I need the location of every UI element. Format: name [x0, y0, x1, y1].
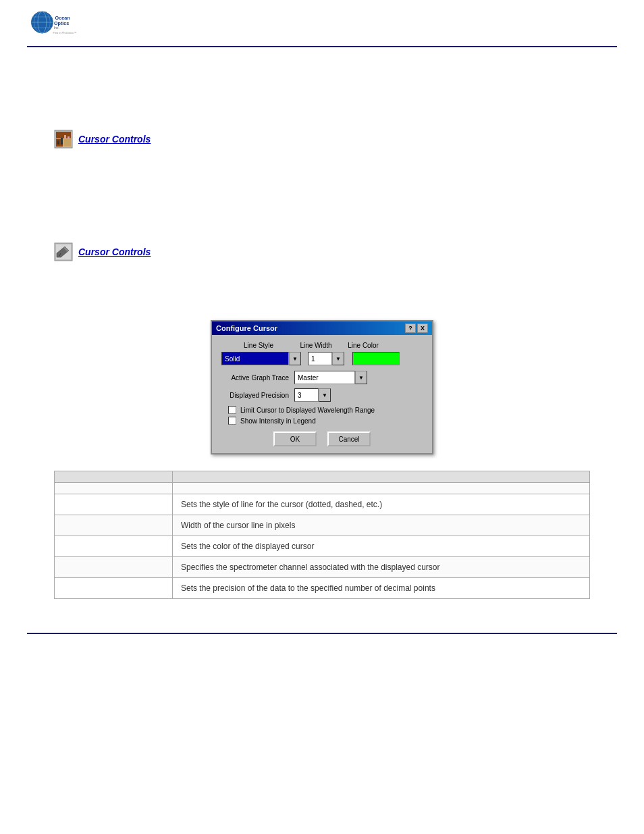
dialog-help-button[interactable]: ?	[405, 323, 416, 333]
line-color-box[interactable]	[352, 352, 400, 365]
intro-paragraph-1	[54, 68, 590, 82]
svg-rect-16	[61, 138, 63, 145]
section1-para1	[54, 159, 590, 174]
table-cell-name-4	[55, 557, 173, 578]
table-header-name	[55, 471, 173, 483]
table-row: Width of the cursor line in pixels	[55, 515, 590, 536]
table-cell-name-3	[55, 536, 173, 557]
checkbox-wavelength-label: Limit Cursor to Displayed Wavelength Ran…	[240, 407, 375, 414]
dialog-title: Configure Cursor	[216, 324, 277, 332]
line-style-value: Solid	[225, 355, 240, 363]
svg-text:First in Photonics™: First in Photonics™	[53, 31, 76, 34]
cursor-controls-link-2[interactable]: Cursor Controls	[78, 246, 151, 257]
active-trace-select[interactable]: Master	[294, 371, 355, 384]
cursor-icon-1	[54, 130, 73, 149]
svg-rect-15	[57, 140, 59, 145]
precision-arrow[interactable]: ▼	[319, 388, 331, 402]
dialog-column-labels: Line Style Line Width Line Color	[221, 342, 423, 349]
svg-rect-14	[63, 139, 71, 147]
line-width-arrow[interactable]: ▼	[332, 352, 344, 365]
dialog-controls-row: Solid ▼ 1 ▼	[221, 352, 423, 365]
active-trace-value: Master	[298, 374, 319, 382]
table-row: Sets the color of the displayed cursor	[55, 536, 590, 557]
ocean-optics-logo: Ocean Optics Inc. First in Photonics™	[27, 7, 81, 41]
line-width-select[interactable]: 1	[308, 352, 332, 365]
svg-rect-17	[64, 135, 66, 139]
dialog-titlebar-buttons: ? X	[405, 323, 428, 333]
intro-paragraph-2	[54, 102, 590, 116]
precision-select[interactable]: 3	[294, 388, 319, 402]
table-cell-desc-1: Sets the style of line for the cursor (d…	[173, 494, 590, 515]
checkbox-wavelength-row: Limit Cursor to Displayed Wavelength Ran…	[228, 406, 423, 414]
section1-para4	[54, 221, 590, 236]
cancel-button[interactable]: Cancel	[327, 432, 371, 446]
cursor-icon-2	[54, 242, 73, 261]
table-header-row	[55, 471, 590, 483]
line-style-label: Line Style	[221, 342, 296, 349]
table-cell-name-1	[55, 494, 173, 515]
table-cell-desc-4: Specifies the spectrometer channel assoc…	[173, 557, 590, 578]
precision-value: 3	[298, 392, 302, 399]
footer-rule	[27, 633, 617, 634]
cursor-controls-section-1: Cursor Controls	[54, 130, 590, 149]
section2-para1	[54, 272, 590, 286]
table-cell-desc-0	[173, 483, 590, 494]
table-row: Sets the precision of the data to the sp…	[55, 578, 590, 599]
table-row: Sets the style of line for the cursor (d…	[55, 494, 590, 515]
section2-para2	[54, 293, 590, 307]
active-trace-arrow[interactable]: ▼	[355, 371, 367, 384]
cursor-controls-section-2: Cursor Controls	[54, 242, 590, 261]
line-style-select[interactable]: Solid	[221, 352, 289, 365]
table-cell-name-5	[55, 578, 173, 599]
dialog-button-row: OK Cancel	[221, 432, 423, 446]
table-cell-name-0	[55, 483, 173, 494]
table-row	[55, 483, 590, 494]
cursor-controls-link-1[interactable]: Cursor Controls	[78, 134, 151, 145]
svg-rect-18	[68, 136, 70, 139]
checkbox-intensity-label: Show Intensity in Legend	[240, 417, 316, 425]
dialog-close-button[interactable]: X	[417, 323, 428, 333]
dialog-container: Configure Cursor ? X Line Style Line Wid…	[54, 320, 590, 454]
table-cell-name-2	[55, 515, 173, 536]
header: Ocean Optics Inc. First in Photonics™	[0, 0, 644, 46]
properties-table: Sets the style of line for the cursor (d…	[54, 471, 590, 599]
line-style-arrow[interactable]: ▼	[289, 352, 301, 365]
line-width-value: 1	[311, 355, 315, 363]
table-header-desc	[173, 471, 590, 483]
svg-text:Optics: Optics	[54, 20, 69, 26]
line-width-label: Line Width	[296, 342, 336, 349]
main-content: Cursor Controls Cursor Controls Configur…	[0, 47, 644, 613]
checkbox-wavelength[interactable]	[228, 406, 236, 414]
active-trace-label: Active Graph Trace	[221, 374, 289, 382]
precision-label: Displayed Precision	[221, 392, 289, 399]
table-cell-desc-2: Width of the cursor line in pixels	[173, 515, 590, 536]
line-color-label: Line Color	[336, 342, 390, 349]
checkbox-intensity-row: Show Intensity in Legend	[228, 417, 423, 425]
section1-para2	[54, 180, 590, 194]
section1-para3	[54, 201, 590, 215]
configure-cursor-dialog: Configure Cursor ? X Line Style Line Wid…	[211, 320, 433, 454]
active-trace-row: Active Graph Trace Master ▼	[221, 371, 423, 384]
dialog-titlebar: Configure Cursor ? X	[212, 321, 432, 335]
svg-text:Inc.: Inc.	[54, 26, 59, 30]
dialog-body: Line Style Line Width Line Color Solid ▼	[212, 335, 432, 453]
table-cell-desc-3: Sets the color of the displayed cursor	[173, 536, 590, 557]
table-cell-desc-5: Sets the precision of the data to the sp…	[173, 578, 590, 599]
table-row: Specifies the spectrometer channel assoc…	[55, 557, 590, 578]
checkbox-intensity[interactable]	[228, 417, 236, 425]
precision-row: Displayed Precision 3 ▼	[221, 388, 423, 402]
logo-area: Ocean Optics Inc. First in Photonics™	[27, 7, 81, 41]
ok-button[interactable]: OK	[273, 432, 317, 446]
